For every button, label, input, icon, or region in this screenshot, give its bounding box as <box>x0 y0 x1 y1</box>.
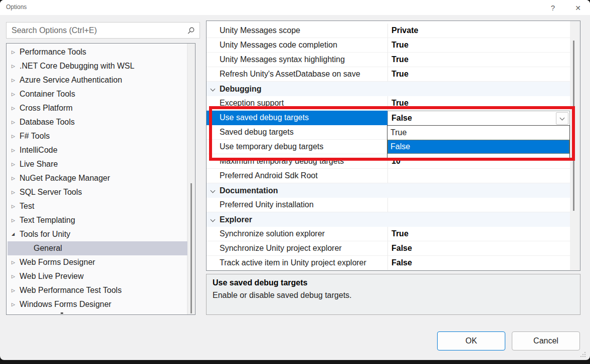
collapsed-arrow-icon[interactable]: ▷ <box>12 59 19 73</box>
collapsed-arrow-icon[interactable]: ▷ <box>12 171 19 185</box>
sidebar-item-windows-forms-designer[interactable]: ▷Windows Forms Designer <box>8 297 187 311</box>
collapsed-arrow-icon[interactable]: ▷ <box>12 199 19 213</box>
sidebar-item-f-tools[interactable]: ▷F# Tools <box>8 129 187 143</box>
property-label[interactable]: Unity Messages code completion <box>207 38 387 53</box>
sidebar-item-label: Performance Tools <box>20 45 86 59</box>
property-row-preferred-unity-installation[interactable]: Preferred Unity installation <box>207 198 570 212</box>
property-value[interactable]: False <box>387 111 570 125</box>
property-label[interactable]: Synchronize solution explorer <box>207 227 387 241</box>
section-row-explorer[interactable]: Explorer <box>207 212 570 227</box>
property-value[interactable]: True <box>387 67 570 82</box>
property-row-synchronize-unity-project-explorer[interactable]: Synchronize Unity project explorerFalse <box>207 241 570 256</box>
sidebar-item-sql-server-tools[interactable]: ▷SQL Server Tools <box>8 185 187 199</box>
property-label[interactable]: Preferred Unity installation <box>207 198 387 212</box>
sidebar-item-label: F# Tools <box>20 129 50 143</box>
sidebar-item-general[interactable]: General <box>8 241 187 255</box>
property-label[interactable]: Track active item in Unity project explo… <box>207 256 387 270</box>
property-value[interactable]: True <box>387 227 570 241</box>
property-row-unity-messages-code-completion[interactable]: Unity Messages code completionTrue <box>207 38 570 53</box>
chevron-down-icon[interactable] <box>211 217 216 222</box>
property-row-unity-messages-scope[interactable]: Unity Messages scopePrivate <box>207 24 570 38</box>
collapsed-arrow-icon[interactable]: ▷ <box>12 213 19 227</box>
chevron-down-icon[interactable] <box>211 188 216 193</box>
collapsed-arrow-icon[interactable]: ▷ <box>12 185 19 199</box>
tree-scrollbar[interactable] <box>187 44 195 314</box>
collapsed-arrow-icon[interactable]: ▷ <box>12 143 19 157</box>
collapsed-arrow-icon[interactable]: ▷ <box>12 87 19 101</box>
sidebar-item-live-share[interactable]: ▷Live Share <box>8 157 187 171</box>
help-icon[interactable]: ? <box>544 2 561 14</box>
collapsed-arrow-icon[interactable]: ▷ <box>12 45 19 59</box>
collapsed-arrow-icon[interactable]: ▷ <box>12 101 19 115</box>
property-label[interactable]: Saved debug targets <box>207 125 387 140</box>
title-bar: Options ? ✕ <box>0 0 590 15</box>
collapsed-arrow-icon[interactable]: ▷ <box>12 115 19 129</box>
section-row-debugging[interactable]: Debugging <box>207 82 570 96</box>
sidebar-item-test[interactable]: ▷Test <box>8 199 187 213</box>
tree-scrollbar-thumb[interactable] <box>190 183 192 313</box>
sidebar-item-tools-for-unity[interactable]: ◢Tools for Unity <box>8 227 187 241</box>
property-value[interactable]: True <box>387 53 570 67</box>
sidebar-item-web-performance-test-tools[interactable]: ▷Web Performance Test Tools <box>8 283 187 297</box>
clipped-tree-item <box>61 312 63 314</box>
sidebar-item-container-tools[interactable]: ▷Container Tools <box>8 87 187 101</box>
property-row-refresh-unity-s-assetdatabase-on-save[interactable]: Refresh Unity's AssetDatabase on saveTru… <box>207 67 570 82</box>
ok-button[interactable]: OK <box>437 331 505 350</box>
property-label[interactable]: Use saved debug targets <box>207 111 387 125</box>
property-label[interactable]: Unity Messages syntax highlighting <box>207 53 387 67</box>
options-dialog: Options ? ✕ ▷Performance Tools▷.NET Core… <box>0 0 590 360</box>
property-value[interactable] <box>387 198 570 212</box>
collapsed-arrow-icon[interactable]: ▷ <box>12 269 19 283</box>
collapsed-arrow-icon[interactable]: ▷ <box>12 255 19 269</box>
expanded-arrow-icon[interactable]: ◢ <box>12 227 19 241</box>
property-label[interactable]: Unity Messages scope <box>207 24 387 38</box>
property-value[interactable] <box>387 169 570 183</box>
property-label[interactable]: Exception support <box>207 96 387 111</box>
collapsed-arrow-icon[interactable]: ▷ <box>12 297 19 311</box>
sidebar-item-azure-service-authentication[interactable]: ▷Azure Service Authentication <box>8 73 187 87</box>
sidebar-item--net-core-debugging-with-wsl[interactable]: ▷.NET Core Debugging with WSL <box>8 59 187 73</box>
sidebar-item-cross-platform[interactable]: ▷Cross Platform <box>8 101 187 115</box>
sidebar-item-nuget-package-manager[interactable]: ▷NuGet Package Manager <box>8 171 187 185</box>
sidebar-item-web-forms-designer[interactable]: ▷Web Forms Designer <box>8 255 187 269</box>
property-value[interactable]: Private <box>387 24 570 38</box>
dropdown-option-true[interactable]: True <box>387 126 569 140</box>
property-row-use-saved-debug-targets[interactable]: Use saved debug targetsFalse <box>207 111 570 125</box>
collapsed-arrow-icon[interactable]: ▷ <box>12 129 19 143</box>
property-value[interactable]: False <box>387 241 570 256</box>
dropdown-button[interactable] <box>556 112 568 125</box>
cancel-button[interactable]: Cancel <box>512 331 580 350</box>
property-row-unity-messages-syntax-highlighting[interactable]: Unity Messages syntax highlightingTrue <box>207 53 570 67</box>
sidebar-item-web-live-preview[interactable]: ▷Web Live Preview <box>8 269 187 283</box>
chevron-down-icon[interactable] <box>211 87 216 92</box>
property-row-track-active-item-in-unity-project-explorer[interactable]: Track active item in Unity project explo… <box>207 256 570 270</box>
section-row-documentation[interactable]: Documentation <box>207 183 570 198</box>
search-input[interactable] <box>11 23 181 38</box>
property-row-preferred-android-sdk-root[interactable]: Preferred Android Sdk Root <box>207 169 570 183</box>
property-row-synchronize-solution-explorer[interactable]: Synchronize solution explorerTrue <box>207 227 570 241</box>
property-label[interactable]: Synchronize Unity project explorer <box>207 241 387 256</box>
property-label[interactable]: Refresh Unity's AssetDatabase on save <box>207 67 387 82</box>
property-value[interactable]: True <box>387 96 570 111</box>
property-label[interactable]: Preferred Android Sdk Root <box>207 169 387 183</box>
sidebar-item-text-templating[interactable]: ▷Text Templating <box>8 213 187 227</box>
dropdown-option-false[interactable]: False <box>387 140 569 154</box>
sidebar-item-label: Web Forms Designer <box>20 255 95 269</box>
collapsed-arrow-icon[interactable]: ▷ <box>12 157 19 171</box>
collapsed-arrow-icon[interactable]: ▷ <box>12 283 19 297</box>
grid-scrollbar[interactable] <box>570 21 580 270</box>
collapsed-arrow-icon[interactable]: ▷ <box>12 73 19 87</box>
search-icon[interactable] <box>187 27 195 37</box>
property-label[interactable]: Use temporary debug targets <box>207 140 387 154</box>
sidebar-item-database-tools[interactable]: ▷Database Tools <box>8 115 187 129</box>
property-value[interactable]: True <box>387 38 570 53</box>
property-label[interactable]: Maximum temporary debug targets <box>207 154 387 169</box>
grid-scrollbar-thumb[interactable] <box>573 41 574 211</box>
sidebar-item-performance-tools[interactable]: ▷Performance Tools <box>8 45 187 59</box>
property-row-exception-support[interactable]: Exception supportTrue <box>207 96 570 111</box>
property-value[interactable]: False <box>387 256 570 270</box>
resize-grip[interactable] <box>579 351 586 358</box>
sidebar-item-intellicode[interactable]: ▷IntelliCode <box>8 143 187 157</box>
close-icon[interactable]: ✕ <box>569 2 586 14</box>
sidebar-item-label: IntelliCode <box>20 143 58 157</box>
